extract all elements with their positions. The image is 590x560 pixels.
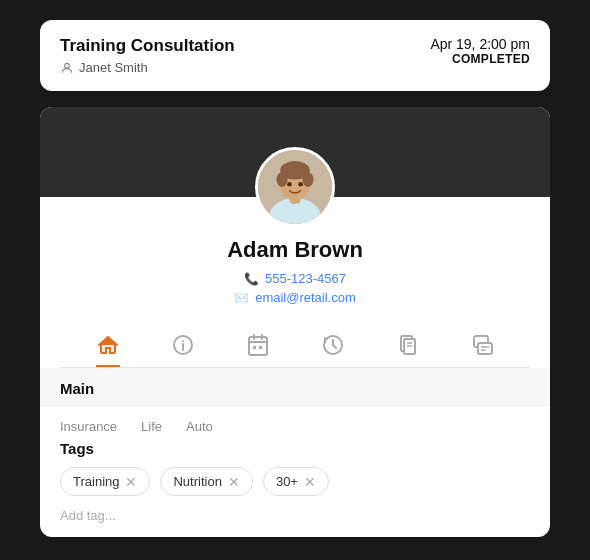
appointment-person-name: Janet Smith xyxy=(79,60,148,75)
appointment-card: Training Consultation Janet Smith Apr 19… xyxy=(40,20,550,91)
tag-label-training: Training xyxy=(73,474,119,489)
tab-history[interactable] xyxy=(321,333,345,367)
svg-point-6 xyxy=(277,172,288,187)
profile-phone: 📞 555-123-4567 xyxy=(60,271,530,286)
section-label: Main xyxy=(40,368,550,407)
svg-rect-17 xyxy=(253,346,256,349)
email-address[interactable]: email@retail.com xyxy=(255,290,356,305)
svg-point-9 xyxy=(298,182,303,187)
nav-tabs xyxy=(60,319,530,368)
svg-point-12 xyxy=(182,340,184,342)
tab-chat[interactable] xyxy=(471,333,495,367)
appointment-status: COMPLETED xyxy=(430,52,530,66)
tags-section: Tags Training ✕ Nutrition ✕ 30+ ✕ Add ta… xyxy=(40,434,550,537)
appointment-person: Janet Smith xyxy=(60,60,235,75)
svg-rect-18 xyxy=(259,346,262,349)
tag-remove-nutrition[interactable]: ✕ xyxy=(228,475,240,489)
tags-label: Tags xyxy=(60,440,530,457)
insurance-item-1[interactable]: Life xyxy=(141,419,162,434)
tab-files[interactable] xyxy=(396,333,420,367)
svg-point-8 xyxy=(287,182,292,187)
svg-point-0 xyxy=(65,63,70,68)
appointment-right: Apr 19, 2:00 pm COMPLETED xyxy=(430,36,530,66)
profile-name: Adam Brown xyxy=(60,237,530,263)
tab-info[interactable] xyxy=(171,333,195,367)
tag-chip-nutrition: Nutrition ✕ xyxy=(160,467,252,496)
profile-card: Adam Brown 📞 555-123-4567 ✉️ email@retai… xyxy=(40,107,550,537)
svg-rect-25 xyxy=(478,343,492,354)
phone-icon: 📞 xyxy=(244,272,259,286)
info-icon xyxy=(171,333,195,357)
history-icon xyxy=(321,333,345,357)
insurance-row: Insurance Life Auto xyxy=(40,407,550,434)
chat-icon xyxy=(471,333,495,357)
tag-label-30plus: 30+ xyxy=(276,474,298,489)
tag-remove-training[interactable]: ✕ xyxy=(125,475,137,489)
phone-number[interactable]: 555-123-4567 xyxy=(265,271,346,286)
files-icon xyxy=(396,333,420,357)
svg-rect-13 xyxy=(249,337,267,355)
email-icon: ✉️ xyxy=(234,291,249,305)
tags-row: Training ✕ Nutrition ✕ 30+ ✕ xyxy=(60,467,530,496)
insurance-item-0[interactable]: Insurance xyxy=(60,419,117,434)
tag-remove-30plus[interactable]: ✕ xyxy=(304,475,316,489)
appointment-date: Apr 19, 2:00 pm xyxy=(430,36,530,52)
home-icon xyxy=(96,333,120,357)
avatar xyxy=(255,147,335,227)
appointment-title: Training Consultation xyxy=(60,36,235,56)
profile-email: ✉️ email@retail.com xyxy=(60,290,530,305)
person-icon xyxy=(60,61,74,75)
tag-chip-training: Training ✕ xyxy=(60,467,150,496)
appointment-left: Training Consultation Janet Smith xyxy=(60,36,235,75)
tag-label-nutrition: Nutrition xyxy=(173,474,221,489)
add-tag-placeholder[interactable]: Add tag... xyxy=(60,506,530,525)
tab-home[interactable] xyxy=(96,333,120,367)
profile-header xyxy=(40,107,550,197)
tag-chip-30plus: 30+ ✕ xyxy=(263,467,329,496)
avatar-image xyxy=(258,147,332,227)
insurance-item-2[interactable]: Auto xyxy=(186,419,213,434)
tab-calendar[interactable] xyxy=(246,333,270,367)
calendar-icon xyxy=(246,333,270,357)
svg-point-7 xyxy=(302,172,313,187)
